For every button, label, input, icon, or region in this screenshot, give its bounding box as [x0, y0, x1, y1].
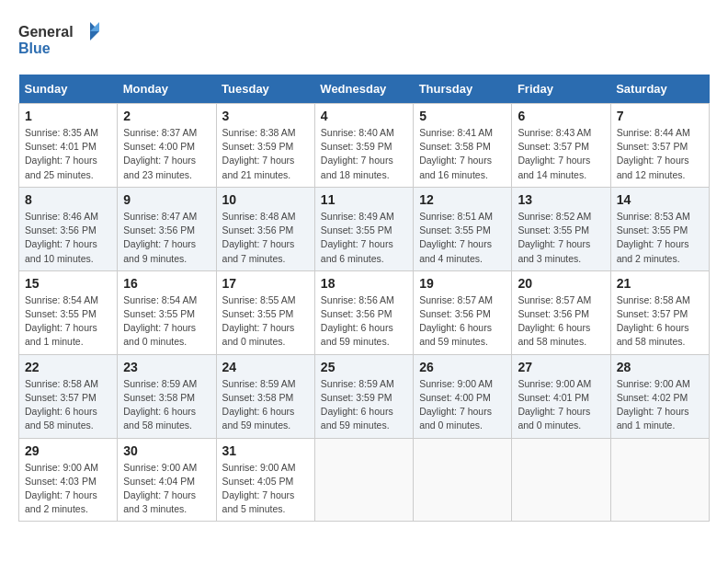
day-cell-23: 23Sunrise: 8:59 AM Sunset: 3:58 PM Dayli…: [118, 354, 216, 438]
day-info: Sunrise: 8:59 AM Sunset: 3:59 PM Dayligh…: [321, 377, 407, 433]
day-number: 14: [617, 192, 703, 207]
day-cell-31: 31Sunrise: 9:00 AM Sunset: 4:05 PM Dayli…: [216, 438, 314, 522]
day-info: Sunrise: 8:35 AM Sunset: 4:01 PM Dayligh…: [25, 126, 111, 182]
weekday-header-friday: Friday: [512, 75, 610, 104]
day-cell-18: 18Sunrise: 8:56 AM Sunset: 3:56 PM Dayli…: [314, 270, 413, 354]
day-info: Sunrise: 8:51 AM Sunset: 3:55 PM Dayligh…: [419, 210, 506, 266]
week-row-3: 15Sunrise: 8:54 AM Sunset: 3:55 PM Dayli…: [19, 270, 710, 354]
day-number: 22: [25, 360, 111, 374]
svg-text:General: General: [18, 24, 74, 40]
day-info: Sunrise: 8:38 AM Sunset: 3:59 PM Dayligh…: [222, 126, 309, 182]
day-cell-9: 9Sunrise: 8:47 AM Sunset: 3:56 PM Daylig…: [118, 187, 216, 270]
day-cell-1: 1Sunrise: 8:35 AM Sunset: 4:01 PM Daylig…: [19, 104, 118, 188]
weekday-header-wednesday: Wednesday: [314, 75, 413, 104]
day-info: Sunrise: 9:00 AM Sunset: 4:01 PM Dayligh…: [518, 377, 604, 433]
week-row-2: 8Sunrise: 8:46 AM Sunset: 3:56 PM Daylig…: [19, 187, 710, 270]
day-info: Sunrise: 8:52 AM Sunset: 3:55 PM Dayligh…: [518, 210, 604, 266]
day-info: Sunrise: 8:44 AM Sunset: 3:57 PM Dayligh…: [617, 126, 703, 182]
day-info: Sunrise: 9:00 AM Sunset: 4:04 PM Dayligh…: [123, 461, 210, 517]
day-number: 20: [518, 276, 604, 291]
weekday-header-tuesday: Tuesday: [216, 75, 314, 104]
day-info: Sunrise: 8:41 AM Sunset: 3:58 PM Dayligh…: [419, 126, 506, 182]
day-number: 11: [321, 192, 407, 207]
logo-svg: General Blue: [18, 18, 101, 60]
empty-cell: [314, 438, 413, 522]
day-cell-10: 10Sunrise: 8:48 AM Sunset: 3:56 PM Dayli…: [216, 187, 314, 270]
day-cell-12: 12Sunrise: 8:51 AM Sunset: 3:55 PM Dayli…: [414, 187, 512, 270]
day-info: Sunrise: 8:47 AM Sunset: 3:56 PM Dayligh…: [123, 210, 210, 266]
day-cell-13: 13Sunrise: 8:52 AM Sunset: 3:55 PM Dayli…: [512, 187, 610, 270]
day-info: Sunrise: 8:53 AM Sunset: 3:55 PM Dayligh…: [617, 210, 703, 266]
day-info: Sunrise: 8:56 AM Sunset: 3:56 PM Dayligh…: [321, 293, 407, 350]
day-info: Sunrise: 8:54 AM Sunset: 3:55 PM Dayligh…: [25, 293, 111, 350]
day-number: 5: [419, 109, 506, 123]
day-cell-2: 2Sunrise: 8:37 AM Sunset: 4:00 PM Daylig…: [118, 104, 216, 188]
day-info: Sunrise: 8:37 AM Sunset: 4:00 PM Dayligh…: [123, 126, 210, 182]
day-info: Sunrise: 8:46 AM Sunset: 3:56 PM Dayligh…: [25, 210, 111, 266]
day-info: Sunrise: 9:00 AM Sunset: 4:05 PM Dayligh…: [222, 461, 309, 517]
day-cell-20: 20Sunrise: 8:57 AM Sunset: 3:56 PM Dayli…: [512, 270, 610, 354]
day-info: Sunrise: 9:00 AM Sunset: 4:03 PM Dayligh…: [25, 461, 111, 517]
empty-cell: [414, 438, 512, 522]
day-number: 25: [321, 360, 407, 374]
day-cell-14: 14Sunrise: 8:53 AM Sunset: 3:55 PM Dayli…: [610, 187, 709, 270]
day-number: 2: [123, 109, 210, 123]
day-number: 28: [617, 360, 703, 374]
day-info: Sunrise: 8:43 AM Sunset: 3:57 PM Dayligh…: [518, 126, 604, 182]
empty-cell: [512, 438, 610, 522]
day-cell-6: 6Sunrise: 8:43 AM Sunset: 3:57 PM Daylig…: [512, 104, 610, 188]
day-cell-15: 15Sunrise: 8:54 AM Sunset: 3:55 PM Dayli…: [19, 270, 118, 354]
day-cell-16: 16Sunrise: 8:54 AM Sunset: 3:55 PM Dayli…: [118, 270, 216, 354]
calendar-table: SundayMondayTuesdayWednesdayThursdayFrid…: [18, 75, 710, 522]
day-info: Sunrise: 8:58 AM Sunset: 3:57 PM Dayligh…: [617, 293, 703, 350]
day-number: 10: [222, 192, 309, 207]
day-number: 9: [123, 192, 210, 207]
day-number: 4: [321, 109, 407, 123]
day-cell-4: 4Sunrise: 8:40 AM Sunset: 3:59 PM Daylig…: [314, 104, 413, 188]
day-info: Sunrise: 8:40 AM Sunset: 3:59 PM Dayligh…: [321, 126, 407, 182]
day-info: Sunrise: 8:49 AM Sunset: 3:55 PM Dayligh…: [321, 210, 407, 266]
week-row-4: 22Sunrise: 8:58 AM Sunset: 3:57 PM Dayli…: [19, 354, 710, 438]
day-number: 13: [518, 192, 604, 207]
day-number: 15: [25, 276, 111, 291]
day-number: 3: [222, 109, 309, 123]
day-number: 1: [25, 109, 111, 123]
weekday-header-thursday: Thursday: [414, 75, 512, 104]
week-row-5: 29Sunrise: 9:00 AM Sunset: 4:03 PM Dayli…: [19, 438, 710, 522]
day-cell-21: 21Sunrise: 8:58 AM Sunset: 3:57 PM Dayli…: [610, 270, 709, 354]
week-row-1: 1Sunrise: 8:35 AM Sunset: 4:01 PM Daylig…: [19, 104, 710, 188]
day-cell-7: 7Sunrise: 8:44 AM Sunset: 3:57 PM Daylig…: [610, 104, 709, 188]
day-info: Sunrise: 8:59 AM Sunset: 3:58 PM Dayligh…: [123, 377, 210, 433]
day-number: 30: [123, 443, 210, 458]
day-cell-5: 5Sunrise: 8:41 AM Sunset: 3:58 PM Daylig…: [414, 104, 512, 188]
day-cell-11: 11Sunrise: 8:49 AM Sunset: 3:55 PM Dayli…: [314, 187, 413, 270]
day-cell-17: 17Sunrise: 8:55 AM Sunset: 3:55 PM Dayli…: [216, 270, 314, 354]
day-cell-29: 29Sunrise: 9:00 AM Sunset: 4:03 PM Dayli…: [19, 438, 118, 522]
page-header: General Blue: [18, 18, 710, 60]
day-number: 6: [518, 109, 604, 123]
day-cell-19: 19Sunrise: 8:57 AM Sunset: 3:56 PM Dayli…: [414, 270, 512, 354]
weekday-header-sunday: Sunday: [19, 75, 118, 104]
day-number: 19: [419, 276, 506, 291]
day-info: Sunrise: 8:55 AM Sunset: 3:55 PM Dayligh…: [222, 293, 309, 350]
day-number: 31: [222, 443, 309, 458]
day-info: Sunrise: 8:48 AM Sunset: 3:56 PM Dayligh…: [222, 210, 309, 266]
day-number: 17: [222, 276, 309, 291]
day-number: 21: [617, 276, 703, 291]
day-number: 27: [518, 360, 604, 374]
day-cell-27: 27Sunrise: 9:00 AM Sunset: 4:01 PM Dayli…: [512, 354, 610, 438]
day-number: 16: [123, 276, 210, 291]
day-cell-8: 8Sunrise: 8:46 AM Sunset: 3:56 PM Daylig…: [19, 187, 118, 270]
day-info: Sunrise: 8:57 AM Sunset: 3:56 PM Dayligh…: [518, 293, 604, 350]
day-info: Sunrise: 8:57 AM Sunset: 3:56 PM Dayligh…: [419, 293, 506, 350]
day-cell-22: 22Sunrise: 8:58 AM Sunset: 3:57 PM Dayli…: [19, 354, 118, 438]
empty-cell: [610, 438, 709, 522]
weekday-header-saturday: Saturday: [610, 75, 709, 104]
day-cell-24: 24Sunrise: 8:59 AM Sunset: 3:58 PM Dayli…: [216, 354, 314, 438]
logo: General Blue: [18, 18, 101, 60]
day-number: 26: [419, 360, 506, 374]
day-cell-28: 28Sunrise: 9:00 AM Sunset: 4:02 PM Dayli…: [610, 354, 709, 438]
weekday-header-monday: Monday: [118, 75, 216, 104]
svg-text:Blue: Blue: [18, 40, 51, 56]
day-number: 24: [222, 360, 309, 374]
